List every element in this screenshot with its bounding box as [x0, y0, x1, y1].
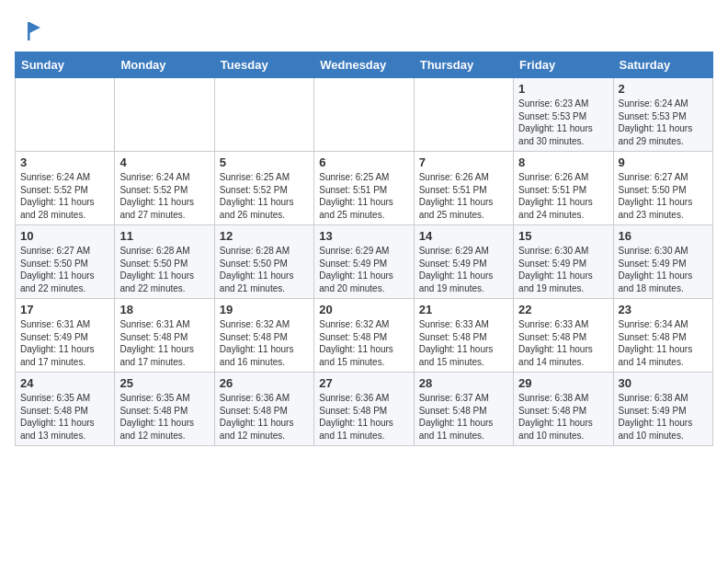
- day-number: 12: [220, 229, 309, 243]
- weekday-header-wednesday: Wednesday: [314, 52, 414, 78]
- day-number: 18: [119, 303, 209, 316]
- day-number: 24: [20, 376, 109, 390]
- day-info: Sunrise: 6:24 AM Sunset: 5:52 PM Dayligh…: [119, 171, 209, 221]
- day-number: 11: [119, 229, 209, 243]
- calendar-body: 1Sunrise: 6:23 AM Sunset: 5:53 PM Daylig…: [16, 78, 713, 446]
- calendar-cell: 14Sunrise: 6:29 AM Sunset: 5:49 PM Dayli…: [414, 225, 513, 299]
- day-info: Sunrise: 6:27 AM Sunset: 5:50 PM Dayligh…: [20, 245, 109, 294]
- calendar-cell: 24Sunrise: 6:35 AM Sunset: 5:48 PM Dayli…: [16, 373, 115, 446]
- day-info: Sunrise: 6:28 AM Sunset: 5:50 PM Dayligh…: [220, 245, 309, 294]
- calendar-cell: 1Sunrise: 6:23 AM Sunset: 5:53 PM Daylig…: [514, 78, 613, 152]
- calendar-cell: 4Sunrise: 6:24 AM Sunset: 5:52 PM Daylig…: [115, 152, 214, 225]
- day-number: 7: [419, 155, 508, 169]
- day-number: 28: [419, 376, 508, 390]
- weekday-header-monday: Monday: [115, 52, 214, 78]
- day-info: Sunrise: 6:25 AM Sunset: 5:52 PM Dayligh…: [220, 171, 309, 221]
- day-number: 30: [619, 376, 708, 390]
- calendar-week-row: 24Sunrise: 6:35 AM Sunset: 5:48 PM Dayli…: [16, 373, 713, 446]
- day-info: Sunrise: 6:35 AM Sunset: 5:48 PM Dayligh…: [119, 392, 209, 442]
- day-number: 3: [20, 155, 109, 169]
- calendar-cell: 9Sunrise: 6:27 AM Sunset: 5:50 PM Daylig…: [613, 152, 712, 225]
- calendar-cell: 20Sunrise: 6:32 AM Sunset: 5:48 PM Dayli…: [314, 299, 414, 373]
- calendar-cell: 12Sunrise: 6:28 AM Sunset: 5:50 PM Dayli…: [214, 225, 313, 299]
- day-number: 1: [518, 82, 608, 96]
- calendar-cell: 29Sunrise: 6:38 AM Sunset: 5:48 PM Dayli…: [514, 373, 613, 446]
- calendar-cell: 5Sunrise: 6:25 AM Sunset: 5:52 PM Daylig…: [214, 152, 313, 225]
- day-info: Sunrise: 6:32 AM Sunset: 5:48 PM Dayligh…: [220, 318, 309, 368]
- day-info: Sunrise: 6:36 AM Sunset: 5:48 PM Dayligh…: [319, 392, 408, 442]
- day-number: 19: [220, 303, 309, 316]
- calendar-cell: 7Sunrise: 6:26 AM Sunset: 5:51 PM Daylig…: [414, 152, 513, 225]
- calendar-cell: 13Sunrise: 6:29 AM Sunset: 5:49 PM Dayli…: [314, 225, 414, 299]
- day-number: 5: [220, 155, 309, 169]
- calendar-table: SundayMondayTuesdayWednesdayThursdayFrid…: [15, 52, 713, 446]
- header: [15, 15, 713, 44]
- weekday-header-sunday: Sunday: [16, 52, 115, 78]
- calendar-cell: 19Sunrise: 6:32 AM Sunset: 5:48 PM Dayli…: [214, 299, 313, 373]
- calendar-cell: [414, 78, 513, 152]
- calendar-cell: [214, 78, 313, 152]
- calendar-cell: 3Sunrise: 6:24 AM Sunset: 5:52 PM Daylig…: [16, 152, 115, 225]
- calendar-cell: [115, 78, 214, 152]
- weekday-header-tuesday: Tuesday: [214, 52, 313, 78]
- calendar-cell: 10Sunrise: 6:27 AM Sunset: 5:50 PM Dayli…: [16, 225, 115, 299]
- day-info: Sunrise: 6:38 AM Sunset: 5:48 PM Dayligh…: [518, 392, 608, 442]
- calendar-cell: 22Sunrise: 6:33 AM Sunset: 5:48 PM Dayli…: [514, 299, 613, 373]
- day-info: Sunrise: 6:38 AM Sunset: 5:49 PM Dayligh…: [619, 392, 708, 442]
- calendar-cell: 6Sunrise: 6:25 AM Sunset: 5:51 PM Daylig…: [314, 152, 414, 225]
- day-number: 20: [319, 303, 408, 316]
- day-info: Sunrise: 6:35 AM Sunset: 5:48 PM Dayligh…: [20, 392, 109, 442]
- day-info: Sunrise: 6:30 AM Sunset: 5:49 PM Dayligh…: [619, 245, 708, 294]
- calendar-week-row: 1Sunrise: 6:23 AM Sunset: 5:53 PM Daylig…: [16, 78, 713, 152]
- calendar-cell: 11Sunrise: 6:28 AM Sunset: 5:50 PM Dayli…: [115, 225, 214, 299]
- weekday-header-row: SundayMondayTuesdayWednesdayThursdayFrid…: [16, 52, 713, 78]
- day-number: 13: [319, 229, 408, 243]
- calendar-cell: 25Sunrise: 6:35 AM Sunset: 5:48 PM Dayli…: [115, 373, 214, 446]
- svg-marker-0: [29, 22, 40, 33]
- day-info: Sunrise: 6:31 AM Sunset: 5:48 PM Dayligh…: [119, 318, 209, 368]
- day-number: 9: [619, 155, 708, 169]
- logo: [15, 18, 42, 44]
- calendar-cell: 17Sunrise: 6:31 AM Sunset: 5:49 PM Dayli…: [16, 299, 115, 373]
- day-info: Sunrise: 6:24 AM Sunset: 5:53 PM Dayligh…: [619, 98, 708, 147]
- calendar-cell: 30Sunrise: 6:38 AM Sunset: 5:49 PM Dayli…: [613, 373, 712, 446]
- calendar-cell: 8Sunrise: 6:26 AM Sunset: 5:51 PM Daylig…: [514, 152, 613, 225]
- day-number: 6: [319, 155, 408, 169]
- day-number: 8: [518, 155, 608, 169]
- calendar-cell: 23Sunrise: 6:34 AM Sunset: 5:48 PM Dayli…: [613, 299, 712, 373]
- calendar-week-row: 10Sunrise: 6:27 AM Sunset: 5:50 PM Dayli…: [16, 225, 713, 299]
- day-number: 23: [619, 303, 708, 316]
- day-number: 25: [119, 376, 209, 390]
- svg-rect-1: [28, 22, 30, 40]
- day-info: Sunrise: 6:32 AM Sunset: 5:48 PM Dayligh…: [319, 318, 408, 368]
- day-info: Sunrise: 6:29 AM Sunset: 5:49 PM Dayligh…: [419, 245, 508, 294]
- day-info: Sunrise: 6:30 AM Sunset: 5:49 PM Dayligh…: [518, 245, 608, 294]
- day-info: Sunrise: 6:37 AM Sunset: 5:48 PM Dayligh…: [419, 392, 508, 442]
- day-info: Sunrise: 6:25 AM Sunset: 5:51 PM Dayligh…: [319, 171, 408, 221]
- calendar-header: SundayMondayTuesdayWednesdayThursdayFrid…: [16, 52, 713, 78]
- day-number: 14: [419, 229, 508, 243]
- calendar-cell: 15Sunrise: 6:30 AM Sunset: 5:49 PM Dayli…: [514, 225, 613, 299]
- calendar-week-row: 17Sunrise: 6:31 AM Sunset: 5:49 PM Dayli…: [16, 299, 713, 373]
- day-info: Sunrise: 6:26 AM Sunset: 5:51 PM Dayligh…: [518, 171, 608, 221]
- calendar-cell: 28Sunrise: 6:37 AM Sunset: 5:48 PM Dayli…: [414, 373, 513, 446]
- weekday-header-friday: Friday: [514, 52, 613, 78]
- day-number: 2: [619, 82, 708, 96]
- weekday-header-thursday: Thursday: [414, 52, 513, 78]
- day-info: Sunrise: 6:33 AM Sunset: 5:48 PM Dayligh…: [419, 318, 508, 368]
- day-info: Sunrise: 6:24 AM Sunset: 5:52 PM Dayligh…: [20, 171, 109, 221]
- calendar-cell: 18Sunrise: 6:31 AM Sunset: 5:48 PM Dayli…: [115, 299, 214, 373]
- day-number: 26: [220, 376, 309, 390]
- day-number: 17: [20, 303, 109, 316]
- day-number: 22: [518, 303, 608, 316]
- day-number: 15: [518, 229, 608, 243]
- day-number: 4: [119, 155, 209, 169]
- day-info: Sunrise: 6:27 AM Sunset: 5:50 PM Dayligh…: [619, 171, 708, 221]
- weekday-header-saturday: Saturday: [613, 52, 712, 78]
- day-info: Sunrise: 6:26 AM Sunset: 5:51 PM Dayligh…: [419, 171, 508, 221]
- calendar-week-row: 3Sunrise: 6:24 AM Sunset: 5:52 PM Daylig…: [16, 152, 713, 225]
- day-info: Sunrise: 6:33 AM Sunset: 5:48 PM Dayligh…: [518, 318, 608, 368]
- day-number: 29: [518, 376, 608, 390]
- day-number: 27: [319, 376, 408, 390]
- calendar-cell: [16, 78, 115, 152]
